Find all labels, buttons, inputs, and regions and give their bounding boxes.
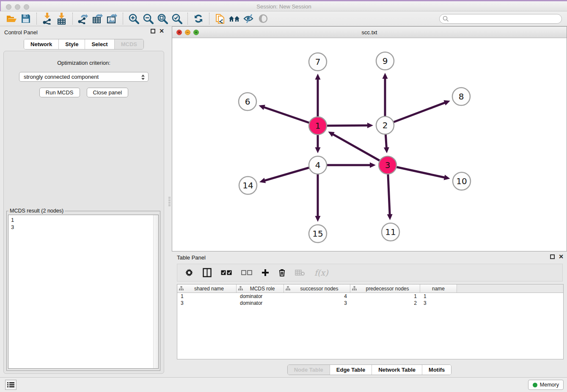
import-network-icon[interactable] [40,12,55,25]
optimization-criterion-select[interactable]: strongly connected component [19,72,149,82]
toolbar-separator [209,13,209,25]
memory-label: Memory [540,382,559,388]
delete-column-icon[interactable] [278,268,286,277]
refresh-icon[interactable] [191,12,206,25]
cell-predecessor-nodes[interactable]: 2 [350,300,420,306]
cell-MCDS-role[interactable]: dominator [237,300,284,306]
export-image-icon[interactable] [105,12,119,25]
tab-edge-table[interactable]: Edge Table [330,365,372,375]
control-panel-title: Control Panel [4,29,38,36]
cell-name[interactable]: 3 [420,300,457,306]
export-table-icon[interactable] [91,12,105,25]
mcds-result-group: MCDS result (2 nodes) 1 3 [6,208,160,371]
column-header-label: MCDS role [243,286,282,292]
toolbar-separator [187,13,188,25]
edge-arrow-icon [383,73,388,79]
list-icon [7,382,14,388]
main-toolbar [0,11,567,26]
node-table: shared nameMCDS rolesuccessor nodesprede… [177,284,564,359]
header-filler [457,284,563,293]
network-view-window: ✕ − + scc.txt 7968124314101511 [172,26,567,251]
tab-motifs[interactable]: Motifs [422,365,451,375]
table-settings-gear-icon[interactable] [185,268,193,277]
split-panel-icon[interactable] [203,268,212,277]
search-container [439,14,562,24]
toolbar-separator [72,13,73,25]
table-header-row: shared nameMCDS rolesuccessor nodesprede… [177,284,563,293]
result-scrollbar[interactable] [153,215,158,368]
zoom-in-icon[interactable] [127,12,141,25]
add-column-icon[interactable] [261,269,269,276]
cell-MCDS-role[interactable]: dominator [237,293,284,299]
network-window-titlebar[interactable]: ✕ − + scc.txt [172,27,567,38]
save-session-icon[interactable] [19,12,33,25]
mcds-result-text: 1 3 [8,215,158,232]
cell-successor-nodes[interactable]: 4 [284,293,350,299]
graph-edge-2-8[interactable] [385,102,446,125]
mcds-result-box[interactable]: 1 3 [8,215,159,369]
export-network-icon[interactable] [76,12,91,25]
toolbar-separator [123,13,123,25]
tab-style[interactable]: Style [59,39,85,49]
column-header-shared-name[interactable]: shared name [177,284,237,293]
edge-arrow-icon [444,175,450,180]
control-panel-tabs: NetworkStyleSelectMCDS [0,39,168,50]
run-mcds-button[interactable]: Run MCDS [39,88,80,97]
deselect-all-columns-icon[interactable] [241,270,252,276]
column-header-predecessor-nodes[interactable]: predecessor nodes [350,284,420,293]
search-icon [443,16,449,22]
zoom-fit-icon[interactable] [155,12,170,25]
first-neighbors-icon[interactable] [227,12,242,25]
zoom-selected-icon[interactable] [170,12,184,25]
close-panel-button[interactable]: Close panel [87,88,129,97]
column-header-name[interactable]: name [420,284,457,293]
select-all-columns-icon[interactable] [221,270,232,276]
panel-divider[interactable] [168,26,172,377]
tab-network[interactable]: Network [24,39,59,49]
table-row[interactable]: 3dominator323 [177,300,563,306]
cell-shared-name[interactable]: 1 [177,293,237,299]
cell-name[interactable]: 1 [420,293,457,299]
hierarchy-icon [238,286,243,291]
select-chevrons-icon [141,74,145,80]
graph-node-label-7: 7 [315,57,321,67]
memory-button[interactable]: Memory [528,380,564,390]
graph-node-label-14: 14 [242,180,253,190]
show-hide-style-icon[interactable] [242,12,256,25]
app-titlebar: Session: New Session [0,0,567,11]
clone-network-icon[interactable] [213,12,227,25]
close-panel-icon[interactable]: ✕ [159,29,164,33]
table-panel: Table Panel ✕ f(x) shared nameMCDS rol [172,252,567,377]
search-input[interactable] [439,14,562,24]
cell-predecessor-nodes[interactable]: 1 [350,293,420,299]
tab-mcds[interactable]: MCDS [115,39,143,49]
open-file-icon[interactable] [4,12,19,25]
float-table-panel-icon[interactable] [550,254,555,259]
table-toolbar: f(x) [177,264,563,282]
zoom-out-icon[interactable] [141,12,155,25]
network-canvas[interactable]: 7968124314101511 [172,38,567,251]
graph-node-label-10: 10 [456,176,467,186]
tab-select[interactable]: Select [85,39,114,49]
edge-arrow-icon [315,74,321,80]
tab-node-table[interactable]: Node Table [288,365,330,375]
tab-network-table[interactable]: Network Table [372,365,422,375]
column-header-label: successor nodes [290,286,348,292]
float-panel-icon[interactable] [151,29,155,33]
graph-node-label-3: 3 [385,160,391,170]
divider-grip-icon[interactable] [168,197,171,206]
close-table-panel-icon[interactable]: ✕ [559,254,564,259]
import-table-icon[interactable] [55,12,69,25]
graph-edge-3-1[interactable] [333,134,388,165]
cell-shared-name[interactable]: 3 [177,300,237,306]
column-header-MCDS-role[interactable]: MCDS role [237,284,284,293]
edge-arrow-icon [367,123,373,128]
column-header-successor-nodes[interactable]: successor nodes [284,284,350,293]
delete-table-disabled-icon [295,269,305,276]
table-row[interactable]: 1dominator411 [177,293,563,300]
function-builder-icon: f(x) [314,268,328,277]
cell-successor-nodes[interactable]: 3 [284,300,350,306]
column-header-label: name [422,286,455,292]
task-history-button[interactable] [5,380,17,390]
edge-arrow-icon [315,216,321,222]
